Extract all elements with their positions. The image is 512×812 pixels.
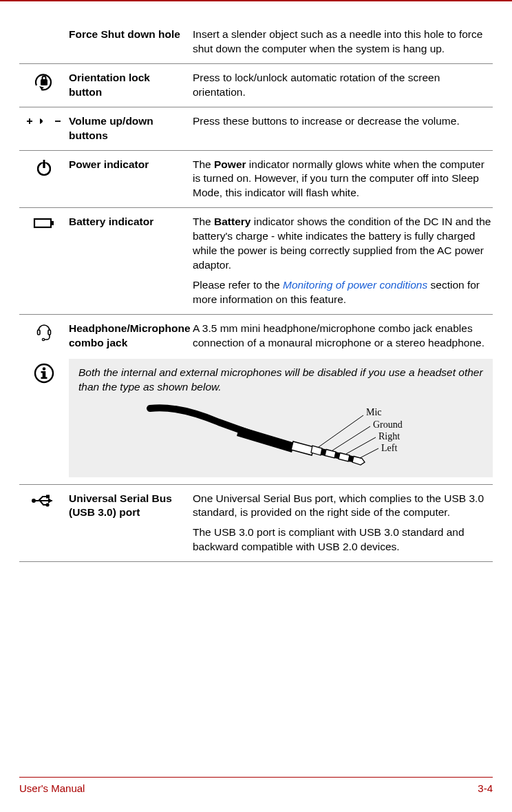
label-battery-indicator: Battery indicator bbox=[69, 215, 193, 307]
svg-line-21 bbox=[360, 448, 378, 458]
info-icon bbox=[19, 359, 69, 477]
label-power-indicator: Power indicator bbox=[69, 158, 193, 201]
label-volume: Volume up/down buttons bbox=[69, 114, 193, 143]
svg-rect-11 bbox=[48, 330, 51, 335]
svg-rect-0 bbox=[41, 79, 47, 85]
desc-power-indicator: The Power indicator normally glows white… bbox=[193, 158, 493, 201]
svg-line-19 bbox=[332, 426, 370, 450]
jack-diagram: Mic Ground Right Left bbox=[78, 402, 483, 470]
svg-rect-8 bbox=[34, 219, 51, 227]
bold-text: Battery bbox=[214, 216, 250, 227]
jack-label-ground: Ground bbox=[373, 419, 403, 430]
desc-orientation-lock: Press to lock/unlock automatic rotation … bbox=[193, 71, 493, 100]
bold-text: Power bbox=[214, 158, 246, 170]
row-battery-indicator: Battery indicator The Battery indicator … bbox=[19, 208, 493, 315]
row-power-indicator: Power indicator The Power indicator norm… bbox=[19, 151, 493, 209]
desc-force-shutdown: Insert a slender object such as a needle… bbox=[193, 28, 493, 56]
label-headphone: Headphone/Microphone combo jack bbox=[69, 322, 193, 351]
row-orientation-lock: Orientation lock button Press to lock/un… bbox=[19, 64, 493, 107]
svg-rect-9 bbox=[51, 221, 54, 225]
label-usb: Universal Serial Bus (USB 3.0) port bbox=[69, 492, 193, 555]
text: The bbox=[193, 158, 214, 170]
svg-line-20 bbox=[346, 437, 376, 454]
jack-label-mic: Mic bbox=[366, 407, 382, 417]
svg-rect-16 bbox=[41, 371, 44, 373]
svg-rect-7 bbox=[43, 160, 45, 168]
svg-rect-17 bbox=[41, 377, 47, 379]
desc-battery-indicator: The Battery indicator shows the conditio… bbox=[193, 215, 493, 307]
svg-rect-24 bbox=[46, 495, 50, 498]
headphone-icon bbox=[19, 322, 69, 351]
footer-page-number: 3-4 bbox=[478, 782, 493, 795]
jack-label-left: Left bbox=[381, 443, 397, 453]
orientation-lock-icon bbox=[19, 71, 69, 100]
svg-point-14 bbox=[43, 367, 46, 371]
desc-headphone: A 3.5 mm mini headphone/microphone combo… bbox=[193, 322, 493, 351]
text: The bbox=[193, 216, 214, 227]
volume-icon bbox=[19, 114, 69, 143]
battery-icon bbox=[19, 215, 69, 307]
label-orientation-lock: Orientation lock button bbox=[69, 71, 193, 100]
svg-point-25 bbox=[45, 503, 49, 506]
row-headphone: Headphone/Microphone combo jack A 3.5 mm… bbox=[19, 315, 493, 355]
svg-line-18 bbox=[319, 415, 363, 447]
footer-title: User's Manual bbox=[19, 782, 85, 795]
info-note: Both the internal and external microphon… bbox=[19, 359, 493, 477]
row-usb: Universal Serial Bus (USB 3.0) port One … bbox=[19, 484, 493, 563]
info-body: Both the internal and external microphon… bbox=[69, 359, 493, 477]
info-text: Both the internal and external microphon… bbox=[78, 366, 483, 395]
label-force-shutdown: Force Shut down hole bbox=[69, 28, 193, 56]
icon-placeholder bbox=[19, 28, 69, 56]
text: The USB 3.0 port is compliant with USB 3… bbox=[193, 525, 493, 554]
jack-label-right: Right bbox=[378, 431, 400, 441]
link-monitoring-power[interactable]: Monitoring of power conditions bbox=[283, 279, 427, 291]
text: Please refer to the bbox=[193, 279, 283, 291]
row-volume: Volume up/down buttons Press these butto… bbox=[19, 107, 493, 151]
svg-rect-10 bbox=[38, 330, 41, 335]
desc-volume: Press these buttons to increase or decre… bbox=[193, 114, 493, 143]
usb-icon bbox=[19, 492, 69, 555]
page-content: Force Shut down hole Insert a slender ob… bbox=[0, 1, 512, 562]
power-icon bbox=[19, 158, 69, 201]
desc-usb: One Universal Serial Bus port, which com… bbox=[193, 492, 493, 555]
row-force-shutdown: Force Shut down hole Insert a slender ob… bbox=[19, 21, 493, 64]
text: One Universal Serial Bus port, which com… bbox=[193, 492, 493, 521]
page-footer: User's Manual 3-4 bbox=[19, 777, 493, 795]
svg-point-12 bbox=[42, 338, 44, 340]
